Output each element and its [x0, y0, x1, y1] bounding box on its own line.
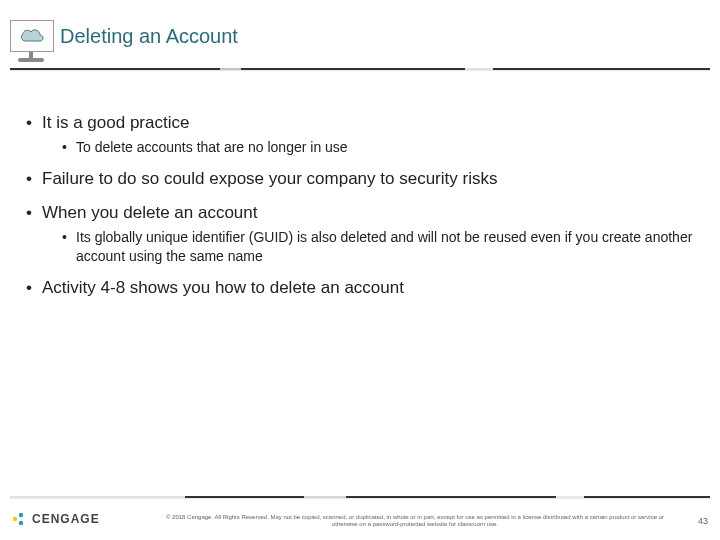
bullet-text: When you delete an account [42, 203, 257, 222]
svg-point-1 [19, 513, 23, 517]
bullet-text: It is a good practice [42, 113, 189, 132]
sub-bullet-item: To delete accounts that are no longer in… [62, 138, 696, 156]
bullet-item: Failure to do so could expose your compa… [24, 168, 696, 190]
bullet-item: Activity 4-8 shows you how to delete an … [24, 277, 696, 299]
page-number: 43 [698, 516, 708, 526]
slide: Deleting an Account It is a good practic… [0, 0, 720, 540]
header-icon-frame [10, 20, 54, 52]
slide-footer: CENGAGE © 2018 Cengage. All Rights Reser… [10, 502, 710, 532]
bullet-item: It is a good practice To delete accounts… [24, 112, 696, 156]
bullet-text: Activity 4-8 shows you how to delete an … [42, 278, 404, 297]
monitor-stand-icon [10, 52, 52, 64]
svg-point-0 [13, 517, 17, 521]
slide-header: Deleting an Account [10, 20, 710, 52]
slide-body: It is a good practice To delete accounts… [24, 112, 696, 311]
svg-point-2 [19, 521, 23, 525]
slide-title: Deleting an Account [60, 25, 238, 48]
header-divider [10, 68, 710, 70]
bullet-text: Failure to do so could expose your compa… [42, 169, 497, 188]
brand-name: CENGAGE [32, 512, 100, 526]
footer-divider [10, 496, 710, 498]
sub-bullet-text: To delete accounts that are no longer in… [76, 139, 348, 155]
copyright-text: © 2018 Cengage. All Rights Reserved. May… [160, 514, 670, 528]
sub-bullet-text: Its globally unique identifier (GUID) is… [76, 229, 692, 263]
sub-bullet-item: Its globally unique identifier (GUID) is… [62, 228, 696, 264]
cloud-icon [17, 26, 47, 46]
brand-logo-icon [10, 510, 28, 528]
bullet-item: When you delete an account Its globally … [24, 202, 696, 264]
brand: CENGAGE [10, 510, 100, 528]
